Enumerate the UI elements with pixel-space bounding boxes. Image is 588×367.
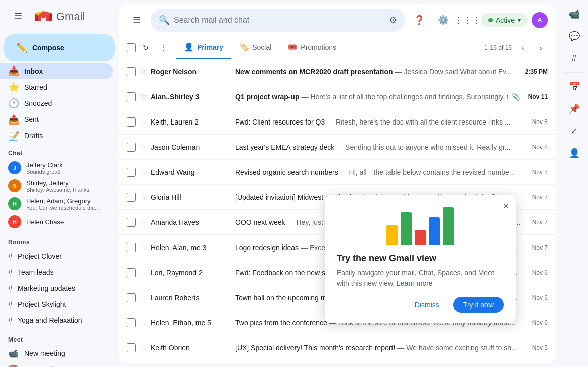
email-checkbox[interactable] (127, 92, 136, 101)
chat-item-helen-adam[interactable]: H Helen, Adam, Gregory You: Can we resch… (0, 195, 113, 213)
pagination: 1-16 of 16 ‹ › (484, 41, 552, 55)
email-checkbox[interactable] (127, 343, 136, 352)
rooms-item-yoga[interactable]: # Yoga and Relaxation (0, 312, 113, 328)
email-checkbox[interactable] (127, 218, 136, 227)
calendar-panel-icon[interactable]: 📅 (564, 77, 584, 97)
contacts-panel-icon[interactable]: 👤 (564, 143, 584, 163)
rooms-item-project-skylight[interactable]: # Project Skylight (0, 296, 113, 312)
rooms-item-team-leads[interactable]: # Team leads (0, 264, 113, 280)
email-sender: Lori, Raymond 2 (151, 269, 231, 277)
star-icon[interactable]: ☆ (140, 343, 147, 352)
alert-try-button[interactable]: Try it now (453, 297, 504, 313)
star-icon[interactable]: ☆ (140, 92, 147, 101)
alert-learn-more-link[interactable]: Learn more (397, 279, 433, 287)
email-time: Nov 11 (528, 93, 548, 100)
tasks-panel-icon[interactable]: ✓ (564, 121, 584, 141)
help-button[interactable]: ❓ (409, 10, 429, 30)
sidebar-item-snoozed[interactable]: 🕐 Snoozed (0, 95, 113, 111)
email-checkbox[interactable] (127, 193, 136, 202)
star-icon[interactable]: ☆ (140, 192, 147, 202)
sent-icon: 📤 (8, 114, 18, 125)
alert-dismiss-button[interactable]: Dismiss (407, 297, 447, 313)
tab-primary-icon: 👤 (184, 42, 194, 52)
more-options-button[interactable]: ⋮ (156, 40, 172, 56)
apps-button[interactable]: ⋮⋮⋮ (457, 10, 477, 30)
prev-page-button[interactable]: ‹ (516, 41, 530, 55)
rooms-item-marketing-updates[interactable]: # Marketing updates (0, 280, 113, 296)
sidebar-item-drafts[interactable]: 📝 Drafts (0, 128, 113, 144)
select-all-checkbox[interactable] (127, 43, 136, 52)
avatar-helen-adam: H (8, 197, 21, 210)
sidebar-item-starred[interactable]: ⭐ Starred (0, 79, 113, 95)
email-checkbox[interactable] (127, 318, 136, 327)
tab-bar: ↻ ⋮ 👤 Primary 🏷️ Social 🎟️ Promotions 1-… (119, 36, 556, 59)
tab-promotions-icon: 🎟️ (287, 42, 298, 52)
email-subject-preview: Revised organic search numbers — Hi, all… (235, 168, 524, 176)
star-icon[interactable]: ☆ (140, 117, 147, 127)
meet-section-label: Meet (0, 332, 119, 345)
sidebar-item-sent[interactable]: 📤 Sent (0, 111, 113, 128)
star-icon[interactable]: ☆ (140, 142, 147, 152)
rooms-item-project-clover[interactable]: # Project Clover (0, 248, 113, 264)
email-row[interactable]: ☆ Keith, Lauren 2 Fwd: Client resources … (119, 109, 556, 135)
email-time: Nov 8 (532, 118, 548, 126)
refresh-button[interactable]: ↻ (138, 40, 154, 56)
pagination-text: 1-16 of 16 (484, 44, 512, 51)
email-row[interactable]: ☆ Edward Wang Revised organic search num… (119, 160, 556, 185)
meet-item-my-meetings[interactable]: 📅 My meetings (0, 361, 113, 367)
alert-close-button[interactable]: ✕ (502, 201, 510, 212)
user-avatar[interactable]: A (532, 12, 548, 28)
chat-panel-icon[interactable]: 💬 (564, 26, 584, 46)
email-checkbox[interactable] (127, 268, 136, 277)
email-checkbox[interactable] (127, 143, 136, 152)
email-checkbox[interactable] (127, 293, 136, 302)
email-checkbox[interactable] (127, 168, 136, 177)
email-row[interactable]: ☆ Jason Coleman Last year's EMEA strateg… (119, 135, 556, 160)
email-row[interactable]: ☆ Jason, Susan, me 4 Re: Project Skyligh… (119, 360, 556, 363)
star-icon[interactable]: ☆ (140, 67, 147, 76)
star-icon[interactable]: ☆ (140, 293, 147, 302)
chart-bar (443, 207, 454, 245)
email-preview: — Here's a list of all the top challenge… (302, 93, 508, 101)
star-icon[interactable]: ☆ (140, 318, 147, 327)
chat-item-name: Helen Chase (26, 218, 64, 226)
email-checkbox[interactable] (127, 67, 136, 76)
chat-sub: You: Can we reschedule the... (26, 205, 100, 211)
menu-button[interactable]: ☰ (8, 6, 28, 26)
meet-panel-icon[interactable]: 📹 (564, 4, 584, 24)
tab-primary[interactable]: 👤 Primary (176, 36, 231, 59)
email-sender: Helen, Ethan, me 5 (151, 319, 231, 327)
email-row[interactable]: ☆ Keith Obrien [UX] Special delivery! Th… (119, 335, 556, 360)
sidebar-item-inbox[interactable]: 📥 Inbox (0, 63, 113, 79)
search-tune-icon[interactable]: ⚙ (389, 15, 397, 26)
chat-item-shirley-jeffery[interactable]: S Shirley, Jeffery Shirley: Awesome, tha… (0, 177, 113, 195)
tab-promotions[interactable]: 🎟️ Promotions (279, 36, 344, 59)
menu-icon-button[interactable]: ☰ (127, 10, 147, 30)
chat-item-jeffery-clark[interactable]: J Jeffery Clark Sounds great! (0, 159, 113, 177)
rooms-icon: # (8, 300, 13, 309)
chat-name: Jeffery Clark (26, 161, 63, 169)
email-subject: Q1 project wrap-up (235, 93, 300, 101)
email-row[interactable]: ☆ Roger Nelson New comments on MCR2020 d… (119, 59, 556, 84)
tab-social[interactable]: 🏷️ Social (231, 36, 279, 59)
active-status-badge[interactable]: Active ▾ (481, 13, 528, 27)
spaces-panel-icon[interactable]: # (564, 48, 584, 68)
star-icon[interactable]: ☆ (140, 217, 147, 227)
star-icon[interactable]: ☆ (140, 268, 147, 277)
alert-popup: ✕ Try the new Gmail view Easily navigate… (325, 195, 516, 323)
email-checkbox[interactable] (127, 117, 136, 127)
chat-item-helen-chase[interactable]: H Helen Chase (0, 213, 113, 231)
star-icon[interactable]: ☆ (140, 242, 147, 252)
star-icon[interactable]: ☆ (140, 167, 147, 177)
settings-button[interactable]: ⚙️ (433, 10, 453, 30)
email-row[interactable]: ☆ Alan..Shirley 3 Q1 project wrap-up — H… (119, 84, 556, 109)
meet-item-new-meeting[interactable]: 📹 New meeting (0, 345, 113, 361)
compose-button[interactable]: ✏️ Compose (4, 34, 115, 61)
keep-panel-icon[interactable]: 📌 (564, 99, 584, 119)
avatar-shirley: S (8, 179, 21, 192)
email-checkbox[interactable] (127, 243, 136, 252)
search-input[interactable] (174, 16, 385, 25)
next-page-button[interactable]: › (534, 41, 548, 55)
tab-social-icon: 🏷️ (239, 42, 249, 52)
email-time: Nov 7 (532, 194, 548, 201)
